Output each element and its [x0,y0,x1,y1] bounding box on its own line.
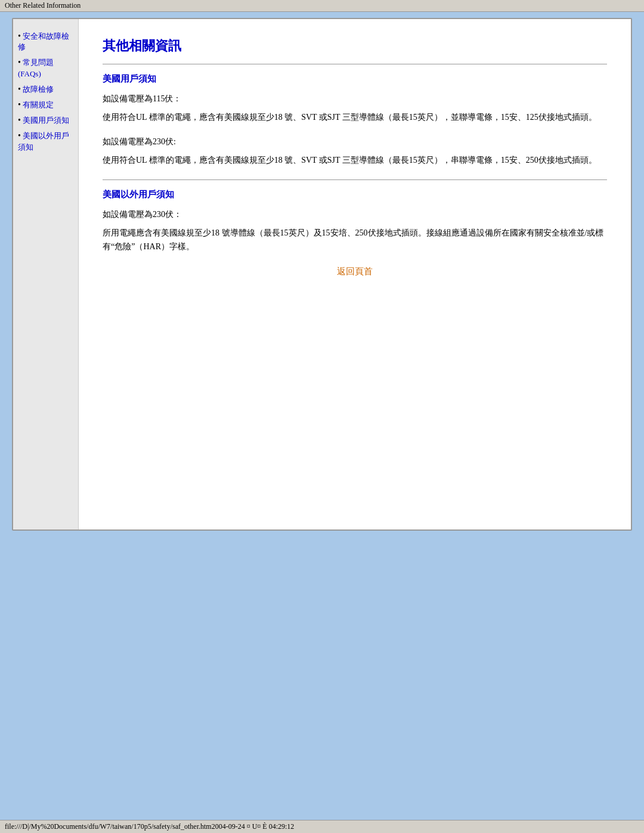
section1-para1: 使用符合UL 標準的電繩，應含有美國線規至少18 號、SVT 或SJT 三型導體… [103,110,607,125]
browser-window: 安全和故障檢修 常見問題 (FAQs) 故障檢修 有關規定 美國用戶須知 美國以… [12,18,632,531]
sidebar-item-5[interactable]: 美國用戶須知 [18,115,73,126]
page-title: 其他相關資訊 [103,37,607,55]
section2-sub1: 如設備電壓為230伏： [103,209,607,220]
top-bar-title: Other Related Information [5,1,80,10]
section2-title[interactable]: 美國以外用戶須知 [103,189,607,200]
sidebar-item-3[interactable]: 故障檢修 [18,84,73,95]
main-content: 其他相關資訊 美國用戶須知 如設備電壓為115伏： 使用符合UL 標準的電繩，應… [79,19,631,529]
section1-sub2: 如設備電壓為230伏: [103,137,607,147]
section1-sub1: 如設備電壓為115伏： [103,94,607,104]
sidebar-item-6[interactable]: 美國以外用戶須知 [18,131,73,152]
sidebar-link-3[interactable]: 故障檢修 [23,85,54,94]
section1-para2: 使用符合UL 標準的電繩，應含有美國線規至少18 號、SVT 或SJT 三型導體… [103,153,607,168]
sidebar-nav: 安全和故障檢修 常見問題 (FAQs) 故障檢修 有關規定 美國用戶須知 美國以… [18,31,73,153]
section2-para1: 所用電繩應含有美國線規至少18 號導體線（最長15英尺）及15安培、250伏接地… [103,226,607,255]
status-bar-text: file:///D|/My%20Documents/dfu/W7/taiwan/… [5,822,294,831]
section1-title[interactable]: 美國用戶須知 [103,73,607,85]
sidebar-item-2[interactable]: 常見問題 (FAQs) [18,57,73,79]
sidebar-link-1[interactable]: 安全和故障檢修 [18,32,69,51]
back-to-top-link[interactable]: 返回頁首 [103,266,607,277]
top-bar: Other Related Information [0,0,644,12]
sidebar: 安全和故障檢修 常見問題 (FAQs) 故障檢修 有關規定 美國用戶須知 美國以… [13,19,79,529]
sidebar-link-6[interactable]: 美國以外用戶須知 [18,131,69,151]
sidebar-item-1[interactable]: 安全和故障檢修 [18,31,73,52]
sidebar-link-5[interactable]: 美國用戶須知 [23,116,69,125]
sidebar-item-4[interactable]: 有關規定 [18,100,73,110]
status-bar: file:///D|/My%20Documents/dfu/W7/taiwan/… [0,820,644,833]
divider-middle [103,179,607,180]
divider-top [103,64,607,64]
sidebar-link-2[interactable]: 常見問題 (FAQs) [18,58,54,78]
sidebar-link-4[interactable]: 有關規定 [23,100,54,109]
